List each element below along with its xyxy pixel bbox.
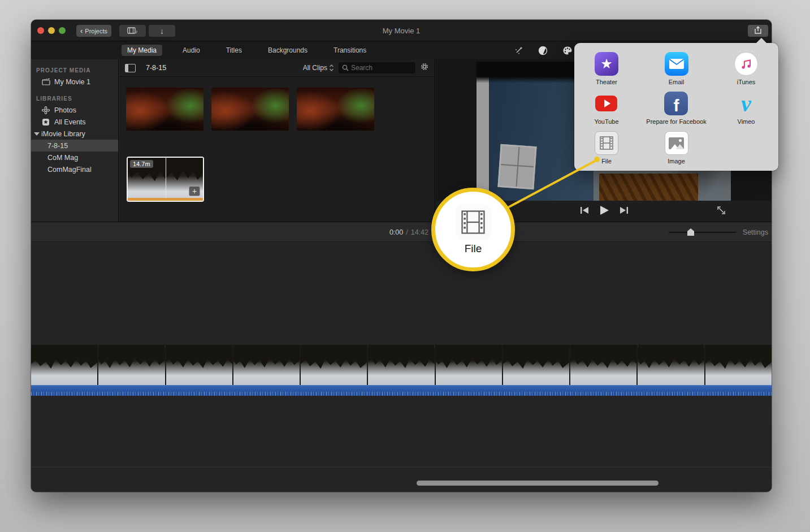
sidebar-item-my-movie-1[interactable]: My Movie 1 (31, 76, 118, 88)
sidebar-item-label: Photos (54, 106, 76, 114)
disclosure-triangle-icon[interactable] (34, 132, 40, 136)
share-item-itunes[interactable]: iTunes (734, 52, 758, 92)
previous-frame-button[interactable] (580, 206, 589, 217)
clip-thumbnail[interactable] (211, 88, 289, 131)
sidebar-item-label: All Events (54, 118, 86, 126)
next-frame-button[interactable] (620, 206, 629, 217)
timeline-frame (570, 345, 636, 385)
updown-chevrons-icon (329, 64, 334, 72)
share-item-theater[interactable]: ★ Theater (595, 52, 618, 92)
clapperboard-icon (41, 78, 50, 85)
search-icon (342, 64, 349, 71)
file-icon (595, 131, 618, 155)
browser-header: 7-8-15 All Clips (119, 59, 435, 77)
sidebar-item-7-8-15[interactable]: 7-8-15 (31, 140, 118, 152)
sidebar-item-photos[interactable]: Photos (31, 104, 118, 116)
libraries-header: LIBRARIES (36, 96, 118, 102)
share-item-image[interactable]: Image (665, 131, 688, 171)
tab-titles[interactable]: Titles (220, 45, 248, 56)
time-current: 0:00 (389, 228, 403, 236)
selected-clip-thumbnail[interactable]: 14.7m + (127, 157, 204, 202)
share-item-label: File (601, 158, 612, 165)
zoom-slider-thumb[interactable] (687, 228, 694, 236)
close-window-button[interactable] (37, 27, 44, 34)
minimize-window-button[interactable] (48, 27, 55, 34)
tab-backgrounds[interactable]: Backgrounds (262, 45, 313, 56)
popup-pointer (756, 38, 767, 44)
theater-icon: ★ (595, 52, 618, 76)
share-menu-popup: ★ Theater Email iTunes YouTube (574, 43, 778, 171)
tab-audio[interactable]: Audio (177, 45, 206, 56)
color-balance-icon[interactable] (538, 46, 548, 55)
settings-button[interactable]: Settings (743, 222, 768, 243)
audio-waveform-strip[interactable] (31, 385, 772, 396)
event-title: 7-8-15 (146, 64, 166, 72)
facebook-icon: f (664, 92, 688, 115)
desktop: ‹ Projects ♪ ↓ My Movie 1 My Media (0, 0, 810, 532)
fullscreen-icon[interactable] (716, 205, 726, 218)
share-item-vimeo[interactable]: v Vimeo (734, 92, 758, 131)
star-badge-icon (41, 118, 50, 126)
photos-flower-icon (41, 106, 50, 114)
clip-thumbnail[interactable] (297, 88, 374, 131)
enhance-wand-icon[interactable] (514, 46, 523, 55)
timeline-zoom-slider[interactable] (669, 232, 737, 233)
horizontal-scrollbar[interactable] (417, 481, 659, 486)
share-item-label: Email (669, 79, 685, 85)
timeline-frame (368, 345, 434, 385)
time-total: 14:42 (411, 228, 428, 236)
timeline-area (31, 242, 772, 492)
media-browser-button[interactable]: ♪ (119, 25, 146, 37)
add-to-timeline-button[interactable]: + (189, 186, 200, 196)
timeline-separator (31, 467, 772, 468)
time-separator: / (406, 228, 408, 236)
sidebar-item-imovie-library[interactable]: iMovie Library (31, 128, 118, 140)
clip-duration-badge: 14.7m (130, 160, 153, 168)
share-button[interactable] (748, 25, 768, 37)
share-item-file[interactable]: File (595, 131, 618, 171)
share-item-email[interactable]: Email (665, 52, 688, 92)
share-item-label: Vimeo (738, 118, 755, 125)
media-tabs: My Media Audio Titles Backgrounds Transi… (122, 41, 372, 59)
sidebar-item-commagfinal[interactable]: ComMagFinal (31, 163, 118, 175)
email-icon (665, 52, 688, 76)
timeline-clip-strip[interactable] (31, 345, 772, 385)
filmstrip-note-icon: ♪ (127, 27, 138, 36)
vimeo-icon: v (734, 92, 758, 115)
sidebar-item-all-events[interactable]: All Events (31, 116, 118, 128)
tab-my-media[interactable]: My Media (122, 45, 162, 56)
zoom-window-button[interactable] (59, 27, 66, 34)
sidebar-item-label: ComMagFinal (47, 166, 92, 174)
timeline-frame (638, 345, 704, 385)
titlebar: ‹ Projects ♪ ↓ My Movie 1 (31, 20, 772, 41)
timeline-frame (31, 345, 97, 385)
sidebar-item-label: 7-8-15 (47, 142, 68, 150)
timeline-frame (705, 345, 772, 385)
sidebar-toggle-icon[interactable] (125, 64, 136, 72)
share-item-facebook[interactable]: f Prepare for Facebook (646, 92, 706, 131)
projects-button-label: Projects (85, 28, 107, 34)
search-input[interactable] (351, 64, 408, 72)
search-field[interactable] (339, 62, 415, 73)
project-media-header: PROJECT MEDIA (36, 67, 118, 73)
timeline-toolbar: 0:00 / 14:42 Settings (31, 222, 772, 242)
share-icon (754, 26, 762, 36)
share-item-label: YouTube (594, 118, 618, 125)
import-media-button[interactable]: ↓ (149, 25, 175, 37)
itunes-icon (734, 52, 758, 76)
sidebar-item-com-mag[interactable]: CoM Mag (31, 152, 118, 163)
filter-label: All Clips (303, 64, 327, 72)
file-callout-highlight: File (431, 188, 515, 271)
gear-icon[interactable] (420, 62, 429, 73)
projects-button[interactable]: ‹ Projects (76, 25, 111, 37)
tab-transitions[interactable]: Transitions (328, 45, 372, 56)
timeline-frame (436, 345, 502, 385)
share-item-youtube[interactable]: YouTube (594, 92, 618, 131)
share-item-label: Theater (596, 79, 617, 85)
all-clips-filter[interactable]: All Clips (303, 64, 334, 72)
clip-thumbnail[interactable] (126, 88, 203, 131)
sidebar-item-label: My Movie 1 (54, 78, 90, 86)
color-correction-palette-icon[interactable] (562, 46, 573, 55)
back-chevron-icon: ‹ (80, 27, 83, 34)
play-button[interactable] (599, 205, 609, 218)
